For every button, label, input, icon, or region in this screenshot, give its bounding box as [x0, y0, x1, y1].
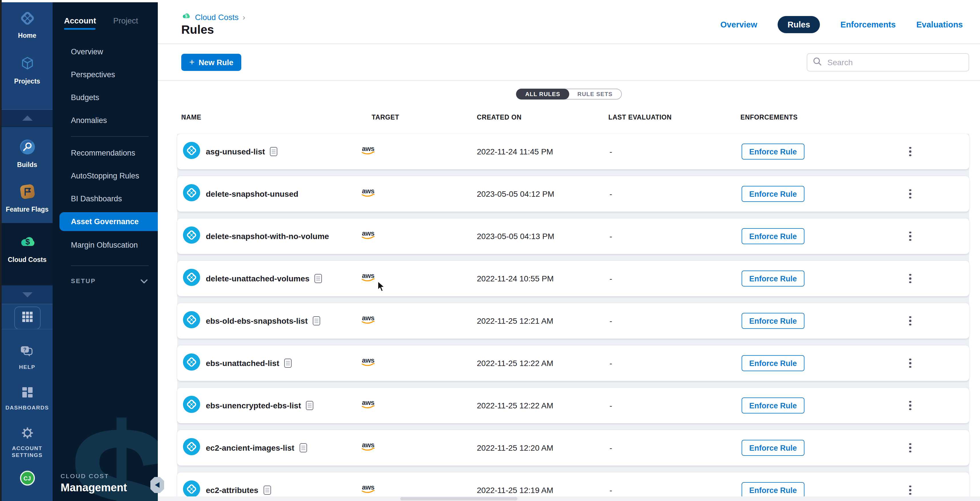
rail-item-label: DASHBOARDS	[5, 404, 49, 412]
aws-logo: aws	[361, 188, 377, 200]
table-row[interactable]: ebs-unattached-list aws 2022-11-25 12:22…	[177, 345, 969, 381]
page-header: $ Cloud Costs › Rules Overview Rules Enf…	[158, 2, 980, 44]
kebab-menu-button[interactable]	[906, 442, 915, 454]
table-row[interactable]: ebs-unencrypted-ebs-list aws 2022-11-25 …	[177, 388, 969, 423]
product-eyebrow: CLOUD COST	[60, 472, 127, 479]
nav-item-margin-obfuscation[interactable]: Margin Obfuscation	[52, 233, 158, 256]
breadcrumb-cloud-costs-link[interactable]: Cloud Costs	[195, 12, 239, 21]
doc-icon[interactable]	[315, 274, 322, 283]
enforce-rule-button[interactable]: Enforce Rule	[741, 398, 805, 414]
tab-evaluations[interactable]: Evaluations	[916, 20, 963, 29]
nav-item-autostopping-rules[interactable]: AutoStopping Rules	[52, 164, 158, 187]
harness-logo-icon	[19, 10, 35, 29]
svg-text:aws: aws	[362, 272, 374, 279]
tab-account[interactable]: Account	[64, 16, 96, 25]
sort-caret-icon: ▼	[181, 114, 186, 119]
enforce-rule-button[interactable]: Enforce Rule	[741, 440, 805, 456]
setup-section-toggle[interactable]: SETUP	[52, 270, 158, 291]
nav-item-budgets[interactable]: Budgets	[52, 86, 158, 109]
rail-item-help[interactable]: ? HELP	[19, 345, 35, 371]
horizontal-scrollbar-thumb[interactable]	[400, 497, 517, 500]
rule-icon	[183, 353, 200, 373]
rail-item-cloud-costs[interactable]: $ Cloud Costs	[2, 223, 52, 263]
rule-name: ebs-unencrypted-ebs-list	[206, 401, 301, 410]
nav-item-recommendations[interactable]: Recommendations	[52, 141, 158, 164]
rail-item-label: HELP	[19, 364, 35, 371]
enforce-rule-button[interactable]: Enforce Rule	[741, 482, 805, 498]
cloud-costs-breadcrumb-icon: $	[181, 11, 191, 23]
rules-view-toggle[interactable]: ALL RULES RULE SETS	[516, 89, 622, 100]
user-avatar[interactable]: CJ	[20, 471, 35, 486]
doc-icon[interactable]	[300, 443, 307, 452]
rail-item-projects[interactable]: Projects	[2, 55, 52, 85]
rail-scroll-up[interactable]	[2, 109, 52, 127]
enforce-rule-button[interactable]: Enforce Rule	[741, 143, 805, 159]
rule-icon	[183, 226, 200, 246]
nav-item-bi-dashboards[interactable]: BI Dashboards	[52, 187, 158, 210]
module-picker-button[interactable]	[14, 307, 40, 329]
rail-scroll-down[interactable]	[2, 285, 52, 304]
tab-rules[interactable]: Rules	[778, 16, 820, 33]
rail-item-feature-flags[interactable]: Feature Flags	[2, 183, 52, 213]
enforce-rule-button[interactable]: Enforce Rule	[741, 355, 805, 371]
cube-icon	[19, 55, 36, 74]
table-row[interactable]: delete-snapshot-unused aws 2023-05-05 04…	[177, 176, 969, 212]
search-input[interactable]	[826, 57, 963, 67]
created-on-value: 2022-11-25 12:20 AM	[477, 443, 553, 452]
page-title: Rules	[181, 23, 214, 37]
product-name: Management	[60, 482, 127, 494]
kebab-menu-button[interactable]	[906, 484, 915, 496]
enforce-rule-button[interactable]: Enforce Rule	[741, 228, 805, 244]
table-row[interactable]: asg-unused-list aws 2022-11-24 11:45 PM …	[177, 134, 969, 169]
doc-icon[interactable]	[264, 485, 271, 495]
search-box	[807, 53, 969, 72]
rule-name: ebs-unattached-list	[206, 359, 279, 368]
rule-icon	[183, 396, 200, 415]
svg-text:$: $	[185, 14, 188, 18]
nav-item-anomalies[interactable]: Anomalies	[52, 109, 158, 132]
tab-overview[interactable]: Overview	[721, 20, 757, 29]
doc-icon[interactable]	[285, 359, 292, 368]
doc-icon[interactable]	[306, 401, 313, 410]
toggle-all-rules[interactable]: ALL RULES	[516, 89, 570, 100]
table-row[interactable]: delete-unattached-volumes aws 2022-11-24…	[177, 261, 969, 296]
tab-enforcements[interactable]: Enforcements	[840, 20, 896, 29]
enforce-rule-button[interactable]: Enforce Rule	[741, 270, 805, 286]
rail-item-home[interactable]: Home	[2, 2, 52, 39]
table-row[interactable]: delete-snapshot-with-no-volume aws 2023-…	[177, 218, 969, 254]
nav-item-perspectives[interactable]: Perspectives	[52, 63, 158, 86]
rail-item-dashboards[interactable]: DASHBOARDS	[5, 386, 49, 412]
created-on-value: 2022-11-25 12:19 AM	[477, 485, 553, 495]
rail-item-builds[interactable]: Builds	[2, 127, 52, 168]
doc-icon[interactable]	[270, 147, 278, 156]
tab-project[interactable]: Project	[113, 16, 138, 25]
kebab-menu-button[interactable]	[906, 315, 915, 327]
svg-text:aws: aws	[362, 230, 374, 237]
toggle-rule-sets[interactable]: RULE SETS	[569, 89, 621, 99]
last-evaluation-value: -	[609, 359, 612, 368]
kebab-menu-button[interactable]	[906, 357, 915, 369]
nav-item-overview[interactable]: Overview	[52, 40, 158, 63]
nav-item-asset-governance[interactable]: Asset Governance	[59, 212, 158, 231]
kebab-menu-button[interactable]	[906, 188, 915, 200]
enforce-rule-button[interactable]: Enforce Rule	[741, 186, 805, 202]
table-row[interactable]: ebs-old-ebs-snapshots-list aws 2022-11-2…	[177, 303, 969, 339]
rail-item-account-settings[interactable]: ACCOUNTSETTINGS	[12, 426, 43, 459]
created-on-value: 2022-11-25 12:22 AM	[477, 359, 553, 368]
last-evaluation-value: -	[609, 274, 612, 283]
rule-name: ebs-old-ebs-snapshots-list	[206, 316, 308, 325]
window-top-edge	[2, 0, 980, 2]
scope-tabs: Account Project	[52, 2, 158, 25]
doc-icon[interactable]	[313, 316, 320, 325]
new-rule-button[interactable]: + New Rule	[181, 54, 241, 71]
aws-logo: aws	[361, 484, 377, 496]
plus-icon: +	[189, 58, 195, 67]
collapse-nav-button[interactable]	[150, 477, 164, 493]
kebab-menu-button[interactable]	[906, 399, 915, 412]
rules-list: asg-unused-list aws 2022-11-24 11:45 PM …	[177, 134, 969, 501]
kebab-menu-button[interactable]	[906, 272, 915, 285]
kebab-menu-button[interactable]	[906, 145, 915, 158]
table-row[interactable]: ec2-ancient-images-list aws 2022-11-25 1…	[177, 430, 969, 466]
enforce-rule-button[interactable]: Enforce Rule	[741, 313, 805, 329]
kebab-menu-button[interactable]	[906, 230, 915, 242]
